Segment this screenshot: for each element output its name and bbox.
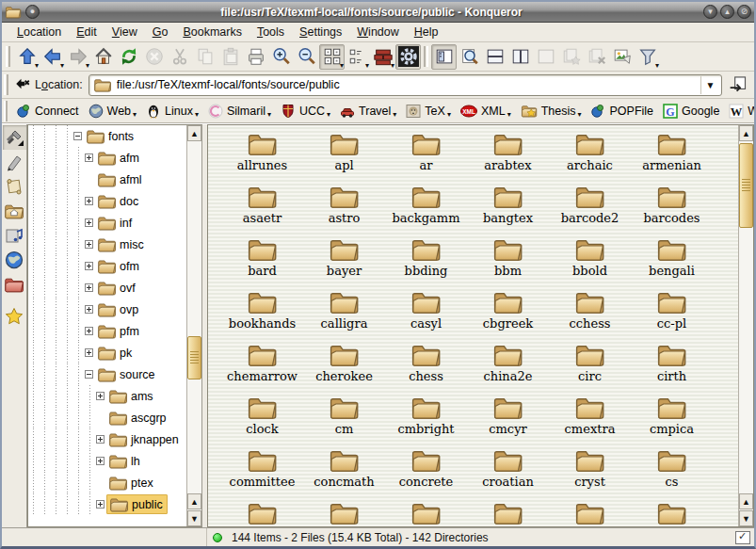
tree-expander-plus-icon[interactable] — [85, 327, 93, 335]
folder-item-calligra[interactable]: calligra — [303, 285, 385, 338]
folder-item-concrete[interactable]: concrete — [385, 444, 467, 496]
bookmark-tex[interactable]: TeX▾ — [401, 102, 456, 121]
tree-item-fonts[interactable]: fonts — [28, 125, 186, 147]
bookmark-travel[interactable]: Travel▾ — [335, 102, 401, 121]
bookmark-ucc[interactable]: UCC▾ — [276, 102, 335, 121]
folder-item-partial[interactable] — [221, 496, 303, 526]
folder-item-cmbright[interactable]: cmbright — [385, 391, 467, 444]
folder-item-cherokee[interactable]: cherokee — [303, 338, 385, 391]
folder-item-barcode2[interactable]: barcode2 — [549, 180, 631, 233]
sidebar-tab-network-globe[interactable] — [3, 248, 26, 272]
folder-item-bbold[interactable]: bbold — [549, 233, 631, 285]
folder-item-bbm[interactable]: bbm — [467, 233, 549, 285]
folder-item-chess[interactable]: chess — [385, 338, 467, 391]
tree-scroll-up2-button[interactable]: ▲ — [187, 493, 201, 509]
menu-bookmarks[interactable]: Bookmarks — [175, 24, 249, 40]
minimize-button[interactable]: ▾ — [703, 5, 717, 19]
tree-item-public[interactable]: public — [28, 493, 186, 515]
bookmark-google[interactable]: GGoogle — [658, 102, 724, 121]
zoom-in-button[interactable] — [268, 44, 294, 70]
tree-item-body[interactable]: misc — [95, 235, 148, 253]
go-button[interactable] — [726, 73, 750, 97]
location-input[interactable]: file:/usr/TeX/texmf-local/fonts/source/p… — [117, 78, 700, 91]
tree-item-body[interactable]: pfm — [95, 322, 143, 340]
folder-item-bengali[interactable]: bengali — [631, 233, 713, 285]
folder-item-archaic[interactable]: archaic — [549, 127, 631, 180]
tree-expander-plus-icon[interactable] — [85, 218, 93, 227]
tree-expander-plus-icon[interactable] — [85, 348, 93, 357]
window-menu-button[interactable]: ● — [25, 5, 40, 19]
tree-item-pk[interactable]: pk — [28, 342, 186, 363]
tree-expander-plus-icon[interactable] — [96, 392, 105, 400]
folder-item-cirth[interactable]: cirth — [631, 338, 713, 391]
sidebar-toggle-button[interactable] — [431, 44, 457, 70]
tree-item-body[interactable]: jknappen — [106, 430, 183, 448]
tree-scrollbar[interactable]: ▲ ▲ ▼ — [186, 125, 201, 526]
folder-item-cchess[interactable]: cchess — [549, 285, 631, 338]
maximize-button[interactable]: ▴ — [720, 5, 734, 19]
clear-location-button[interactable] — [12, 74, 33, 95]
menu-view[interactable]: View — [105, 24, 145, 40]
folder-item-cmcyr[interactable]: cmcyr — [467, 391, 549, 444]
bookmark-thesis[interactable]: Thesis▾ — [516, 102, 587, 120]
folder-item-bayer[interactable]: bayer — [303, 233, 385, 285]
folder-item-cryst[interactable]: cryst — [549, 444, 631, 496]
folder-item-apl[interactable]: apl — [303, 127, 385, 180]
tree-scroll-down-button[interactable]: ▼ — [187, 510, 201, 526]
tree-expander-plus-icon[interactable] — [85, 197, 93, 205]
bookmark-popfile[interactable]: POPFile — [586, 102, 658, 121]
view-scroll-down-button[interactable]: ▼ — [739, 510, 753, 526]
tree-item-ams[interactable]: ams — [28, 385, 186, 407]
tree-expander-plus-icon[interactable] — [96, 500, 105, 509]
folder-item-allrunes[interactable]: allrunes — [221, 127, 303, 180]
tree-item-ofm[interactable]: ofm — [28, 255, 186, 277]
home-button[interactable] — [90, 44, 116, 70]
tree-item-doc[interactable]: doc — [28, 190, 186, 212]
folder-item-concmath[interactable]: concmath — [303, 444, 385, 496]
folder-item-cbgreek[interactable]: cbgreek — [467, 285, 549, 338]
tree-item-source[interactable]: source — [28, 363, 186, 385]
reload-button[interactable] — [116, 44, 141, 70]
folder-item-partial[interactable] — [631, 496, 713, 526]
bookmark-connect[interactable]: Connect — [11, 102, 84, 121]
split-horizontal-button[interactable] — [482, 44, 507, 70]
tree-item-afm[interactable]: afm — [28, 147, 186, 169]
sidebar-tab-configure-panel[interactable] — [3, 125, 26, 150]
back-button[interactable]: ▾ — [40, 44, 65, 70]
tree-item-misc[interactable]: misc — [28, 234, 186, 255]
tree-item-body[interactable]: lh — [106, 452, 144, 470]
folder-item-ar[interactable]: ar — [385, 127, 467, 180]
folder-item-cs[interactable]: cs — [631, 444, 713, 496]
sidebar-tab-pencil[interactable] — [3, 150, 26, 174]
tree-item-body[interactable]: ams — [106, 387, 157, 405]
tree-item-body[interactable]: fonts — [84, 127, 137, 145]
menu-help[interactable]: Help — [407, 24, 446, 40]
folder-item-cmpica[interactable]: cmpica — [631, 391, 713, 444]
tree-scroll-thumb[interactable] — [187, 336, 201, 379]
folder-item-backgamm[interactable]: backgamm — [385, 180, 467, 233]
folder-item-partial[interactable] — [467, 496, 549, 526]
bookmarks-toolbar-grip[interactable] — [4, 101, 8, 121]
menu-settings[interactable]: Settings — [292, 24, 349, 40]
tree-item-ovf[interactable]: ovf — [28, 277, 186, 299]
folder-item-cc-pl[interactable]: cc-pl — [631, 285, 713, 338]
sidebar-tab-services[interactable] — [3, 223, 26, 248]
tree-item-jknappen[interactable]: jknappen — [28, 428, 186, 450]
folder-item-china2e[interactable]: china2e — [467, 338, 549, 391]
folder-item-astro[interactable]: astro — [303, 180, 385, 233]
tree-item-body[interactable]: doc — [95, 192, 142, 210]
tree-item-body[interactable]: ptex — [106, 474, 157, 492]
location-dropdown-button[interactable]: ▼ — [700, 76, 719, 94]
tree-expander-plus-icon[interactable] — [85, 262, 93, 270]
folder-item-clock[interactable]: clock — [221, 391, 303, 444]
location-combobox[interactable]: file:/usr/TeX/texmf-local/fonts/source/p… — [88, 74, 722, 96]
bookmark-linux[interactable]: Linux▾ — [141, 102, 203, 121]
bookmark-silmaril[interactable]: Silmaril▾ — [203, 102, 276, 121]
up-button[interactable]: ▾ — [14, 44, 40, 70]
tree-item-pfm[interactable]: pfm — [28, 320, 186, 342]
split-vertical-button[interactable] — [507, 44, 533, 70]
folder-item-armenian[interactable]: armenian — [631, 127, 713, 180]
tree-item-body[interactable]: inf — [95, 214, 136, 232]
tree-expander-plus-icon[interactable] — [85, 153, 93, 162]
folder-item-partial[interactable] — [549, 496, 631, 526]
